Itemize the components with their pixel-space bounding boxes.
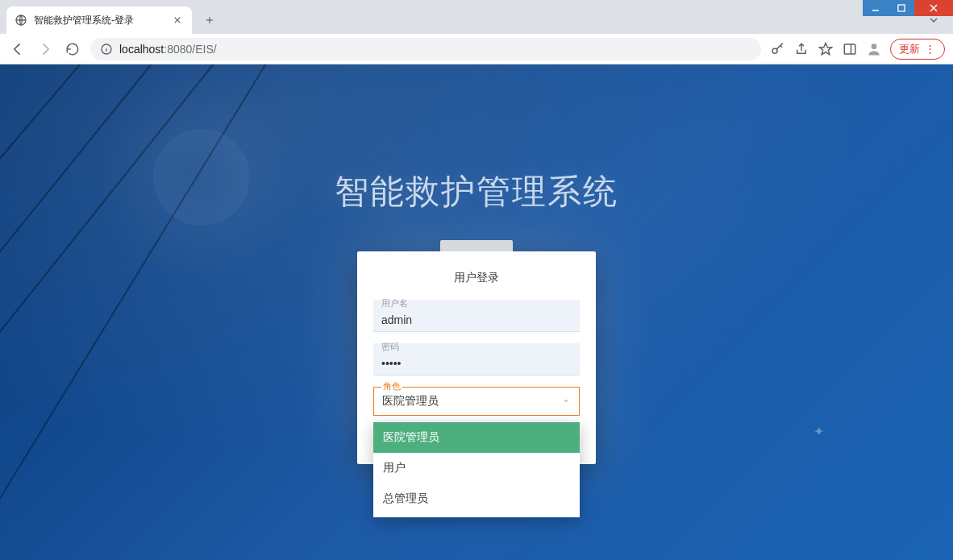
decorative-sparkle: ✦ <box>814 424 824 439</box>
svg-line-18 <box>0 64 258 483</box>
browser-update-button[interactable]: 更新 ⋮ <box>890 39 945 60</box>
page-content: ✦ 智能救护管理系统 用户登录 用户名 密码 角色 医院管理员 <box>0 64 953 560</box>
back-button[interactable] <box>8 39 27 59</box>
browser-window: 智能救护管理系统-登录 localhost:8080/EI <box>0 0 953 560</box>
role-select[interactable]: 医院管理员 <box>373 387 580 416</box>
window-controls <box>863 0 953 16</box>
password-input[interactable] <box>373 343 580 375</box>
window-maximize-button[interactable] <box>888 0 914 16</box>
role-option[interactable]: 总管理员 <box>373 483 580 514</box>
password-label: 密码 <box>381 341 399 353</box>
username-field: 用户名 <box>373 300 580 332</box>
caret-up-icon <box>561 395 571 408</box>
site-info-icon[interactable] <box>100 43 113 56</box>
profile-avatar-icon[interactable] <box>866 41 882 57</box>
globe-icon <box>15 14 27 27</box>
svg-marker-21 <box>564 400 568 402</box>
browser-tab[interactable]: 智能救护管理系统-登录 <box>6 6 192 34</box>
reload-button[interactable] <box>63 39 82 59</box>
svg-rect-14 <box>844 44 855 54</box>
bookmark-star-icon[interactable] <box>818 41 834 57</box>
svg-point-16 <box>872 44 877 49</box>
browser-toolbar: localhost:8080/EIS/ 更新 ⋮ <box>0 34 953 64</box>
role-dropdown: 医院管理员 用户 总管理员 <box>373 422 580 517</box>
forward-button[interactable] <box>35 39 55 59</box>
kebab-menu-icon: ⋮ <box>925 43 936 55</box>
url-text: localhost:8080/EIS/ <box>119 43 217 56</box>
tab-strip: 智能救护管理系统-登录 <box>0 0 953 34</box>
window-minimize-button[interactable] <box>863 0 888 16</box>
system-title: 智能救护管理系统 <box>335 169 618 214</box>
share-icon[interactable] <box>793 41 809 57</box>
decorative-halo <box>153 129 250 226</box>
svg-line-20 <box>0 64 121 443</box>
svg-line-17 <box>0 64 290 560</box>
password-field: 密码 <box>373 343 580 375</box>
window-close-button[interactable] <box>914 0 953 16</box>
address-bar[interactable]: localhost:8080/EIS/ <box>90 38 761 60</box>
role-selected-value: 医院管理员 <box>382 394 439 409</box>
tab-title: 智能救护管理系统-登录 <box>34 14 164 27</box>
login-title: 用户登录 <box>373 271 580 285</box>
update-label: 更新 <box>899 42 920 56</box>
svg-line-19 <box>0 64 210 451</box>
role-option[interactable]: 医院管理员 <box>373 422 580 453</box>
username-label: 用户名 <box>381 297 408 309</box>
password-key-icon[interactable] <box>769 41 785 57</box>
login-card: 用户登录 用户名 密码 角色 医院管理员 医院管理员 <box>357 251 596 464</box>
svg-rect-1 <box>898 5 905 11</box>
role-option[interactable]: 用户 <box>373 453 580 483</box>
role-field: 角色 医院管理员 医院管理员 用户 总管理员 <box>373 387 580 416</box>
side-panel-icon[interactable] <box>842 41 858 57</box>
svg-marker-13 <box>820 43 832 54</box>
tab-close-button[interactable] <box>171 14 184 27</box>
new-tab-button[interactable] <box>198 9 221 31</box>
role-label: 角色 <box>381 380 402 392</box>
